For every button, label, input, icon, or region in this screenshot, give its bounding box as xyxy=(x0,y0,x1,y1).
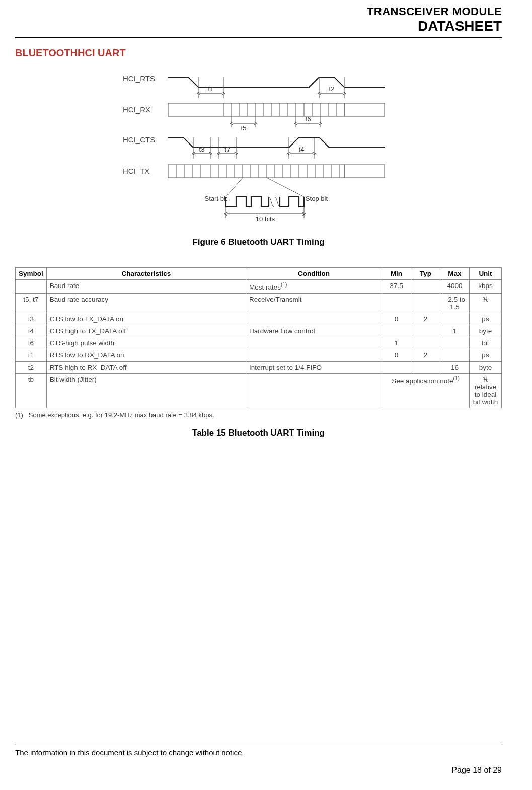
table-footnote: (1) Some exceptions: e.g. for 19.2-MHz m… xyxy=(15,411,502,419)
cell-condition: Receive/Transmit xyxy=(246,293,382,313)
timing-spec-table: Symbol Characteristics Condition Min Typ… xyxy=(15,267,502,408)
cell-typ: 2 xyxy=(411,349,440,361)
svg-line-62 xyxy=(267,178,304,197)
cell-symbol xyxy=(16,280,47,294)
cell-characteristics: Bit width (Jitter) xyxy=(46,373,246,408)
svg-rect-6 xyxy=(168,103,344,116)
cell-max: 1 xyxy=(440,325,470,337)
th-cond: Condition xyxy=(246,268,382,280)
cell-unit: µs xyxy=(470,349,502,361)
header-line1: TRANSCEIVER MODULE xyxy=(15,5,502,18)
cell-unit: % relative to ideal bit width xyxy=(470,373,502,408)
cell-typ xyxy=(411,325,440,337)
svg-rect-38 xyxy=(168,165,344,178)
cell-min xyxy=(382,361,411,373)
th-typ: Typ xyxy=(411,268,440,280)
cell-typ xyxy=(411,337,440,349)
table-row: Baud rateMost rates(1)37.54000kbps xyxy=(16,280,502,294)
table-row: t2RTS high to RX_DATA offInterrupt set t… xyxy=(16,361,502,373)
cell-symbol: t5, t7 xyxy=(16,293,47,313)
cell-unit: % xyxy=(470,293,502,313)
cell-unit: byte xyxy=(470,325,502,337)
ten-bits-label: 10 bits xyxy=(255,215,275,223)
cell-max: –2.5 to 1.5 xyxy=(440,293,470,313)
uart-bits-right xyxy=(280,197,304,207)
marker-t6: t6 xyxy=(305,115,311,123)
cell-typ: 2 xyxy=(411,313,440,325)
cell-unit: byte xyxy=(470,361,502,373)
cell-condition: Hardware flow control xyxy=(246,325,382,337)
cell-characteristics: Baud rate accuracy xyxy=(46,293,246,313)
cell-symbol: t1 xyxy=(16,349,47,361)
marker-t7: t7 xyxy=(224,146,230,153)
document-header: TRANSCEIVER MODULE DATASHEET xyxy=(15,5,502,34)
th-min: Min xyxy=(382,268,411,280)
cell-characteristics: RTS high to RX_DATA off xyxy=(46,361,246,373)
table-caption: Table 15 Bluetooth UART Timing xyxy=(15,428,502,438)
cell-min xyxy=(382,325,411,337)
cell-symbol: t4 xyxy=(16,325,47,337)
header-line2: DATASHEET xyxy=(15,18,502,34)
cell-min: 37.5 xyxy=(382,280,411,294)
rx-data-hatch xyxy=(232,103,336,116)
footer-rule xyxy=(15,745,502,745)
svg-rect-7 xyxy=(344,103,385,116)
cell-condition: Interrupt set to 1/4 FIFO xyxy=(246,361,382,373)
cell-condition: Most rates(1) xyxy=(246,280,382,294)
cell-max xyxy=(440,313,470,325)
start-bit-label: Start bit xyxy=(204,195,227,202)
cell-characteristics: CTS-high pulse width xyxy=(46,337,246,349)
svg-rect-39 xyxy=(344,165,385,178)
cell-max xyxy=(440,349,470,361)
cell-unit: µs xyxy=(470,313,502,325)
footnote-text: Some exceptions: e.g. for 19.2-MHz max b… xyxy=(29,411,214,419)
cell-characteristics: CTS low to TX_DATA on xyxy=(46,313,246,325)
rts-waveform xyxy=(168,77,385,87)
table-row: t6CTS-high pulse width1bit xyxy=(16,337,502,349)
th-unit: Unit xyxy=(470,268,502,280)
cell-min: 1 xyxy=(382,337,411,349)
signal-label-cts: HCI_CTS xyxy=(123,135,155,144)
cell-condition xyxy=(246,349,382,361)
table-row: tbBit width (Jitter)See application note… xyxy=(16,373,502,408)
timing-diagram: HCI_RTS t1 t2 HCI_RX xyxy=(15,67,502,230)
tx-data-hatch xyxy=(176,165,339,178)
marker-t1: t1 xyxy=(208,85,213,93)
cell-max: 16 xyxy=(440,361,470,373)
cell-min-typ-max: See application note(1) xyxy=(382,373,470,408)
cell-unit: bit xyxy=(470,337,502,349)
timing-svg: HCI_RTS t1 t2 HCI_RX xyxy=(118,67,400,228)
cell-symbol: t2 xyxy=(16,361,47,373)
cell-max xyxy=(440,337,470,349)
figure-caption: Figure 6 Bluetooth UART Timing xyxy=(15,237,502,247)
cell-unit: kbps xyxy=(470,280,502,294)
table-header-row: Symbol Characteristics Condition Min Typ… xyxy=(16,268,502,280)
cell-symbol: t3 xyxy=(16,313,47,325)
cell-condition xyxy=(246,313,382,325)
section-title: BLUETOOTHHCI UART xyxy=(15,47,502,59)
cell-max: 4000 xyxy=(440,280,470,294)
marker-t3: t3 xyxy=(199,146,204,153)
th-max: Max xyxy=(440,268,470,280)
cell-condition xyxy=(246,373,382,408)
footer-notice: The information in this document is subj… xyxy=(15,748,502,757)
cell-min: 0 xyxy=(382,349,411,361)
cell-typ xyxy=(411,280,440,294)
cell-min xyxy=(382,293,411,313)
cell-characteristics: Baud rate xyxy=(46,280,246,294)
th-char: Characteristics xyxy=(46,268,246,280)
table-row: t3CTS low to TX_DATA on02µs xyxy=(16,313,502,325)
cell-characteristics: CTS high to TX_DATA off xyxy=(46,325,246,337)
cell-min: 0 xyxy=(382,313,411,325)
stop-bit-label: Stop bit xyxy=(305,195,327,202)
page-number: Page 18 of 29 xyxy=(15,766,502,775)
marker-t4: t4 xyxy=(298,146,304,153)
cell-typ xyxy=(411,293,440,313)
cell-condition xyxy=(246,337,382,349)
cell-typ xyxy=(411,361,440,373)
table-row: t1RTS low to RX_DATA on02µs xyxy=(16,349,502,361)
table-row: t5, t7Baud rate accuracyReceive/Transmit… xyxy=(16,293,502,313)
table-row: t4CTS high to TX_DATA offHardware flow c… xyxy=(16,325,502,337)
header-rule xyxy=(15,37,502,38)
th-symbol: Symbol xyxy=(16,268,47,280)
